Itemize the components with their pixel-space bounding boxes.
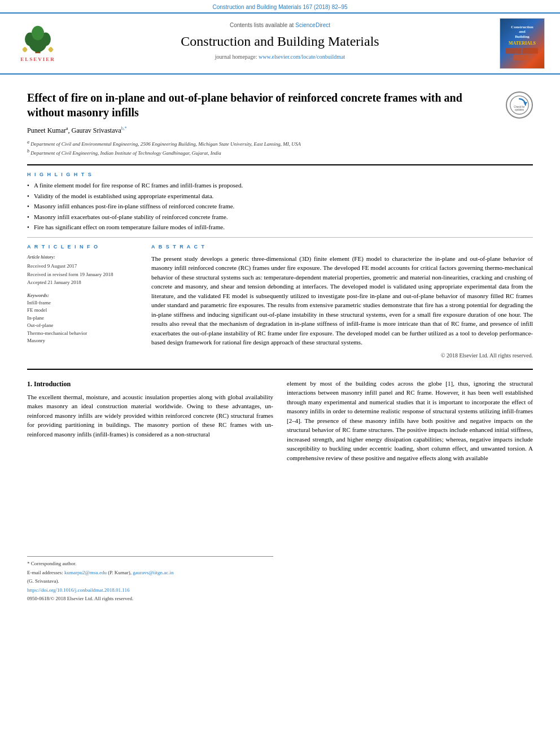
elsevier-logo: ELSEVIER [18,24,58,63]
journal-title: Construction and Building Materials [69,32,491,51]
top-citation-bar: Construction and Building Materials 167 … [0,0,560,12]
check-updates-badge: Check for updates [506,91,533,119]
highlight-item-1: A finite element model for fire response… [27,181,533,190]
keyword-4: Out-of-plane [27,322,140,329]
cover-text-construction: Construction and Building [511,25,533,39]
journal-homepage: journal homepage: www.elsevier.com/locat… [69,53,491,61]
svg-text:updates: updates [515,108,524,111]
email-line: E-mail addresses: kumarpu2@msu.edu (P. K… [27,569,273,577]
highlight-item-3: Masonry infill enhances post-fire in-pla… [27,202,533,211]
journal-header-center: Contents lists available at ScienceDirec… [69,18,491,69]
author2-name: , Gaurav Srivastava [68,126,121,134]
homepage-prefix: journal homepage: [215,54,259,60]
page: Construction and Building Materials 167 … [0,0,560,747]
abstract-col: A B S T R A C T The present study develo… [151,243,533,360]
affiliation-b-text: Department of Civil Engineering, Indian … [30,150,221,156]
cover-decoration [505,48,539,62]
highlight-item-2: Validity of the model is established usi… [27,192,533,200]
highlight-item-4: Masonry infill exacerbates out-of-plane … [27,213,533,221]
divider-2 [27,237,533,238]
body-col-right: element by most of the building codes ac… [287,379,533,604]
article-title: Effect of fire on in-plane and out-of-pl… [27,90,533,120]
issn-line: 0950-0618/© 2018 Elsevier Ltd. All right… [27,595,273,603]
divider-1 [27,164,533,165]
divider-3 [27,369,533,370]
email2-link[interactable]: gauravs@iitgn.ac.in [133,570,173,575]
journal-header: ELSEVIER Contents lists available at Sci… [0,12,560,75]
abstract-label: A B S T R A C T [151,243,533,251]
author2-sup: b,* [121,126,127,131]
top-citation-text: Construction and Building Materials 167 … [212,4,347,10]
body-col-left: 1. Introduction The excellent thermal, m… [27,379,273,604]
keyword-5: Thermo-mechanical behavior [27,330,140,337]
elsevier-text: ELSEVIER [20,56,55,63]
journal-cover-image: Construction and Building MATERIALS [500,18,545,69]
keyword-6: Masonry [27,337,140,344]
keyword-2: FE model [27,307,140,314]
homepage-url[interactable]: www.elsevier.com/locate/conbuildmat [259,54,345,60]
contents-line: Contents lists available at ScienceDirec… [69,20,491,30]
abstract-text: The present study develops a generic thr… [151,254,533,347]
keywords-section: Keywords: Infill-frame FE model In-plane… [27,292,140,344]
email2-name: (G. Srivastava). [27,578,273,586]
intro-heading: 1. Introduction [27,379,273,389]
received-date: Received 9 August 2017 [27,263,140,270]
accepted-date: Accepted 21 January 2018 [27,279,140,286]
journal-cover-area: Construction and Building MATERIALS [491,18,553,69]
svg-rect-7 [513,55,529,60]
check-updates-icon: Check for updates [509,94,530,116]
doi-link[interactable]: https://doi.org/10.1016/j.conbuildmat.20… [27,587,130,593]
article-content: Check for updates Effect of fire on in-p… [0,75,560,613]
article-info-label: A R T I C L E I N F O [27,243,140,251]
highlights-label: H I G H L I G H T S [27,171,533,178]
body-section: 1. Introduction The excellent thermal, m… [27,379,533,604]
email-label: E-mail addresses: [27,570,63,575]
check-for-updates-area: Check for updates [506,91,533,119]
history-label: Article history: [27,254,140,260]
elsevier-tree-icon [18,24,58,55]
svg-rect-6 [522,48,538,54]
corresponding-note: * Corresponding author. [27,560,273,568]
cover-text-materials: MATERIALS [509,40,536,46]
body-text-left: 1. Introduction The excellent thermal, m… [27,379,273,444]
highlight-item-5: Fire has significant effect on room temp… [27,223,533,231]
elsevier-logo-area: ELSEVIER [7,18,69,69]
received-revised-date: Received in revised form 19 January 2018 [27,271,140,278]
highlights-section: H I G H L I G H T S A finite element mod… [27,171,533,232]
doi-line: https://doi.org/10.1016/j.conbuildmat.20… [27,587,273,595]
authors-line: Puneet Kumara, Gaurav Srivastavab,* [27,125,533,136]
keyword-3: In-plane [27,314,140,322]
keyword-1: Infill-frame [27,299,140,307]
email1-link[interactable]: kumarpu2@msu.edu [64,570,107,575]
section-number: 1. [27,380,32,388]
svg-rect-5 [505,48,521,54]
email1-name: (P. Kumar), [108,570,132,575]
copyright-line: © 2018 Elsevier Ltd. All rights reserved… [151,352,533,360]
author1-name: Puneet Kumar [27,126,66,134]
sciencedirect-link[interactable]: ScienceDirect [295,22,330,28]
article-title-area: Check for updates Effect of fire on in-p… [27,90,533,120]
info-abstract-section: A R T I C L E I N F O Article history: R… [27,243,533,360]
affiliations: a Department of Civil and Environmental … [27,139,533,158]
footnote-area: * Corresponding author. E-mail addresses… [27,556,273,604]
intro-para2: element by most of the building codes ac… [287,379,533,463]
contents-prefix: Contents lists available at [230,22,294,28]
svg-marker-9 [523,102,527,105]
article-info-col: A R T I C L E I N F O Article history: R… [27,243,140,360]
svg-point-4 [32,26,44,41]
highlights-list: A finite element model for fire response… [27,181,533,231]
intro-para1: The excellent thermal, moisture, and aco… [27,392,273,439]
affiliation-a: a Department of Civil and Environmental … [27,139,533,148]
affiliation-a-text: Department of Civil and Environmental En… [30,141,301,147]
affiliation-b: b Department of Civil Engineering, India… [27,148,533,158]
section-title: Introduction [34,380,71,388]
keywords-label: Keywords: [27,292,140,299]
